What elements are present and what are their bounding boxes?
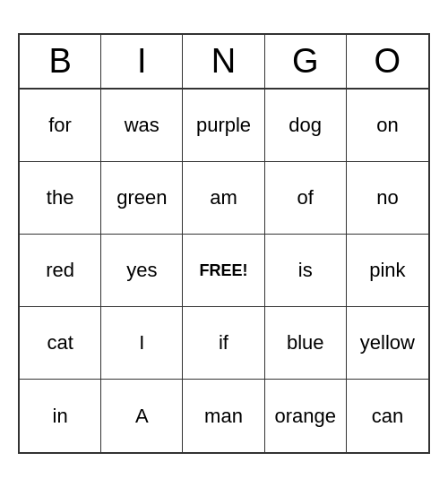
cell-r1-c4: no (347, 162, 428, 234)
cell-r3-c4: yellow (347, 307, 428, 379)
cell-r3-c2: if (183, 307, 264, 379)
cell-r0-c0: for (20, 90, 101, 161)
cell-r3-c0: cat (20, 307, 101, 379)
header-cell: I (101, 35, 183, 88)
cell-r4-c4: can (347, 380, 428, 452)
cell-r2-c4: pink (347, 235, 428, 306)
bingo-card: BINGO forwaspurpledogonthegreenamofnored… (18, 33, 430, 454)
cell-r1-c3: of (265, 162, 347, 234)
bingo-row: inAmanorangecan (20, 380, 428, 452)
header-cell: B (20, 35, 101, 88)
cell-r2-c2: FREE! (183, 235, 264, 306)
cell-r1-c2: am (183, 162, 264, 234)
cell-r0-c2: purple (183, 90, 264, 161)
bingo-row: catIifblueyellow (20, 307, 428, 380)
cell-r0-c1: was (101, 90, 183, 161)
bingo-row: forwaspurpledogon (20, 90, 428, 162)
cell-r4-c3: orange (265, 380, 347, 452)
cell-r0-c4: on (347, 90, 428, 161)
cell-r4-c2: man (183, 380, 264, 452)
cell-r4-c0: in (20, 380, 101, 452)
cell-r2-c0: red (20, 235, 101, 306)
cell-r4-c1: A (101, 380, 183, 452)
cell-r3-c1: I (101, 307, 183, 379)
bingo-header: BINGO (20, 35, 428, 90)
cell-r1-c0: the (20, 162, 101, 234)
header-cell: G (265, 35, 347, 88)
cell-r0-c3: dog (265, 90, 347, 161)
cell-r1-c1: green (101, 162, 183, 234)
cell-r2-c3: is (265, 235, 347, 306)
bingo-row: thegreenamofno (20, 162, 428, 235)
bingo-row: redyesFREE!ispink (20, 235, 428, 307)
header-cell: N (183, 35, 264, 88)
header-cell: O (347, 35, 428, 88)
bingo-body: forwaspurpledogonthegreenamofnoredyesFRE… (20, 90, 428, 452)
cell-r2-c1: yes (101, 235, 183, 306)
cell-r3-c3: blue (265, 307, 347, 379)
